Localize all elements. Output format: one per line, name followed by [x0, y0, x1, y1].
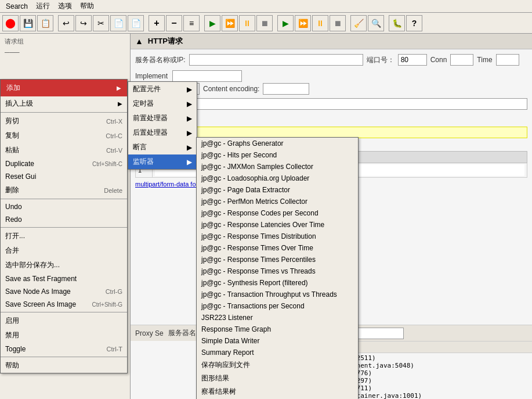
ctx-help-item[interactable]: 帮助	[1, 358, 127, 373]
sub-timer[interactable]: 定时器 ▶	[128, 96, 197, 111]
menu-run[interactable]: 运行	[32, 0, 53, 12]
ctx-save-node-image[interactable]: Save Node As Image Ctrl-G	[1, 285, 127, 298]
ctx-sep-4	[1, 312, 127, 312]
toolbar-btn-save[interactable]: 💾	[20, 15, 36, 31]
toolbar-btn-pause2[interactable]: ⏸	[312, 15, 328, 31]
ctx-copy-label: 复制	[5, 131, 19, 141]
menu-bar: Search 运行 选项 帮助	[0, 0, 532, 13]
listener-loadosophia[interactable]: jp@gc - Loadosophia.org Uploader	[197, 172, 358, 184]
toolbar-btn-remove[interactable]: −	[166, 15, 182, 31]
ctx-reset-gui[interactable]: Reset Gui	[1, 170, 127, 183]
toolbar-btn-play[interactable]: ▶	[204, 15, 220, 31]
context-menu-overlay: 添加 ▶ 插入上级 ▶ 剪切 Ctrl-X 复制 Ctrl-C 粘贴 Ctrl-…	[0, 34, 532, 399]
sub-pre-processor[interactable]: 前置处理器 ▶	[128, 111, 197, 125]
ctx-copy[interactable]: 复制 Ctrl-C	[1, 128, 127, 143]
ctx-insert-label: 插入上级	[5, 99, 33, 109]
ctx-redo[interactable]: Redo	[1, 213, 127, 226]
ctx-duplicate[interactable]: Duplicate Ctrl+Shift-C	[1, 157, 127, 170]
listener-jmxmon[interactable]: jp@gc - JMXMon Samples Collector	[197, 161, 358, 172]
listener-simple-data-writer[interactable]: Simple Data Writer	[197, 335, 358, 347]
sub-config-label: 配置元件	[133, 84, 161, 94]
ctx-toggle[interactable]: Toggle Ctrl-T	[1, 343, 127, 355]
listener-hits-per-sec[interactable]: jp@gc - Hits per Second	[197, 149, 358, 161]
toolbar-btn-play-fast2[interactable]: ⏩	[295, 15, 311, 31]
sub-listener[interactable]: 监听器 ▶	[128, 154, 197, 169]
listener-times-over-time[interactable]: jp@gc - Response Times Over Time	[197, 242, 358, 254]
listener-response-codes[interactable]: jp@gc - Response Codes per Second	[197, 207, 358, 219]
toolbar-btn-redo[interactable]: ↪	[75, 15, 92, 31]
listener-response-time-graph[interactable]: Response Time Graph	[197, 323, 358, 335]
ctx-sep-3	[1, 227, 127, 228]
ctx-enable-label: 启用	[5, 316, 19, 326]
toolbar-btn-stop[interactable]: ⬤	[2, 15, 19, 31]
listener-save-response[interactable]: 保存响应到文件	[197, 358, 358, 372]
toolbar-btn-stop3[interactable]: ⏹	[330, 15, 346, 31]
ctx-open[interactable]: 打开...	[1, 229, 127, 243]
listener-times-dist[interactable]: jp@gc - Response Times Distribution	[197, 231, 358, 242]
toolbar-btn-pause[interactable]: ⏸	[239, 15, 255, 31]
listener-throughput-vs-threads[interactable]: jp@gc - Transaction Throughput vs Thread…	[197, 289, 358, 300]
ctx-sep-2	[1, 199, 127, 199]
ctx-copy-shortcut: Ctrl-C	[106, 132, 122, 139]
listener-perfmon[interactable]: jp@gc - PerfMon Metrics Collector	[197, 196, 358, 207]
ctx-cut[interactable]: 剪切 Ctrl-X	[1, 114, 127, 128]
ctx-sep-5	[1, 357, 127, 357]
ctx-delete-label: 删除	[5, 185, 19, 195]
menu-options[interactable]: 选项	[55, 0, 75, 12]
listener-response-latencies[interactable]: jp@gc - Response Latencies Over Time	[197, 219, 358, 231]
sub-assertion[interactable]: 断言 ▶	[128, 140, 197, 154]
sub-timer-arrow: ▶	[187, 100, 192, 108]
ctx-disable[interactable]: 禁用	[1, 328, 127, 343]
ctx-delete[interactable]: 删除 Delete	[1, 183, 127, 197]
sub-pre-label: 前置处理器	[133, 113, 168, 123]
toolbar-btn-cut[interactable]: ✂	[93, 15, 109, 31]
listener-view-results-tree[interactable]: 察看结果树	[197, 385, 358, 398]
toolbar-btn-search[interactable]: 🔍	[368, 15, 384, 31]
toolbar-btn-copy2[interactable]: 📄	[128, 15, 144, 31]
ctx-paste[interactable]: 粘贴 Ctrl-V	[1, 143, 127, 157]
ctx-save-screen-image[interactable]: Save Screen As Image Ctrl+Shift-G	[1, 298, 127, 311]
ctx-undo[interactable]: Undo	[1, 200, 127, 213]
sub-post-processor[interactable]: 后置处理器 ▶	[128, 125, 197, 140]
toolbar-btn-stop2[interactable]: ⏹	[256, 15, 273, 31]
ctx-cut-label: 剪切	[5, 116, 19, 126]
ctx-duplicate-shortcut: Ctrl+Shift-C	[92, 161, 122, 167]
ctx-save-part[interactable]: 选中部分保存为...	[1, 258, 127, 272]
listener-times-percentiles[interactable]: jp@gc - Response Times Percentiles	[197, 254, 358, 265]
toolbar-btn-broom[interactable]: 🧹	[350, 15, 367, 31]
ctx-open-label: 打开...	[5, 231, 25, 241]
toolbar-btn-view[interactable]: 📋	[37, 15, 53, 31]
ctx-add[interactable]: 添加 ▶	[1, 80, 127, 96]
ctx-insert-parent[interactable]: 插入上级 ▶	[1, 96, 127, 111]
ctx-save-node-label: Save Node As Image	[5, 287, 71, 296]
toolbar-btn-play-fast[interactable]: ⏩	[222, 15, 238, 31]
ctx-save-node-shortcut: Ctrl-G	[106, 288, 122, 295]
toolbar-btn-copy1[interactable]: 📄	[110, 15, 126, 31]
ctx-merge-label: 合并	[5, 246, 19, 256]
listener-page-data[interactable]: jp@gc - Page Data Extractor	[197, 184, 358, 196]
toolbar-btn-undo[interactable]: ↩	[58, 15, 74, 31]
menu-search[interactable]: Search	[2, 1, 31, 12]
ctx-enable[interactable]: 启用	[1, 314, 127, 328]
listener-synthesis-filtered[interactable]: jp@gc - Synthesis Report (filtered)	[197, 277, 358, 289]
toolbar-btn-play2[interactable]: ▶	[277, 15, 294, 31]
sub-post-label: 后置处理器	[133, 128, 168, 138]
ctx-delete-shortcut: Delete	[104, 187, 122, 194]
listener-summary-report[interactable]: Summary Report	[197, 347, 358, 358]
menu-help[interactable]: 帮助	[77, 0, 97, 12]
toolbar-btn-help[interactable]: ?	[406, 15, 422, 31]
ctx-save-part-label: 选中部分保存为...	[5, 260, 60, 270]
listener-transactions-per-sec[interactable]: jp@gc - Transactions per Second	[197, 300, 358, 312]
toolbar-btn-add[interactable]: +	[149, 15, 165, 31]
sub-config[interactable]: 配置元件 ▶	[128, 82, 197, 96]
ctx-merge[interactable]: 合并	[1, 243, 127, 258]
ctx-reset-label: Reset Gui	[5, 172, 36, 181]
toolbar-btn-bug[interactable]: 🐛	[389, 15, 405, 31]
ctx-save-fragment-label: Save as Test Fragment	[5, 275, 77, 283]
listener-jsr223[interactable]: JSR223 Listener	[197, 312, 358, 323]
listener-graph-results[interactable]: 图形结果	[197, 372, 358, 385]
ctx-save-fragment[interactable]: Save as Test Fragment	[1, 272, 127, 285]
listener-times-vs-threads[interactable]: jp@gc - Response Times vs Threads	[197, 265, 358, 277]
toolbar-btn-list[interactable]: ≡	[183, 15, 200, 31]
listener-graphs-gen[interactable]: jp@gc - Graphs Generator	[197, 138, 358, 149]
